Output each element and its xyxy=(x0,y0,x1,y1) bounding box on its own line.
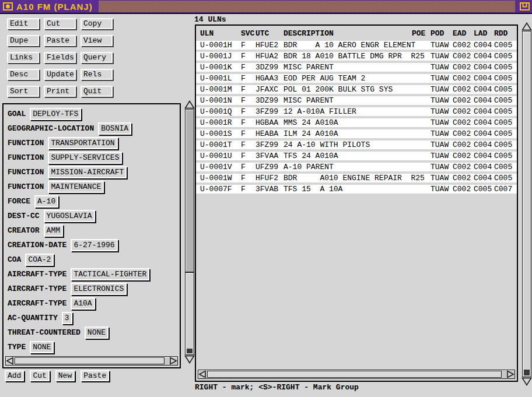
scroll-right-icon[interactable] xyxy=(506,370,514,378)
scroll-up-icon[interactable] xyxy=(522,22,532,31)
table-hscrollbar[interactable] xyxy=(198,370,515,379)
field-value-creator[interactable]: AMM xyxy=(44,224,63,237)
field-value-aircraft-type-3[interactable]: A10A xyxy=(71,297,94,310)
field-value-function-4[interactable]: MAINTENANCE xyxy=(48,181,104,193)
cell-poe xyxy=(412,52,430,61)
table-hscroll-thumb[interactable] xyxy=(207,371,502,378)
field-value-threat-countered[interactable]: NONE xyxy=(85,326,108,339)
form-vscroll-track[interactable] xyxy=(185,272,194,355)
cell-rdd: C005 xyxy=(494,174,517,182)
form-vscrollbar[interactable] xyxy=(183,100,196,364)
form-panel: GOALDEPLOY-TFSGEOGRAPHIC-LOCATIONBOSNIAF… xyxy=(2,103,181,368)
field-value-creation-date[interactable]: 6-27-1996 xyxy=(71,239,117,251)
cell-rdd: C005 xyxy=(494,63,517,72)
form-hscrollbar[interactable] xyxy=(5,356,178,366)
table-row-u-0001t[interactable]: U-0001TF3FZ9924 A-10 WITH PILOTSTUAWC002… xyxy=(196,140,517,149)
field-row-function-3: FUNCTIONMISSION-AIRCRAFT xyxy=(4,165,180,180)
scroll-up-icon[interactable] xyxy=(184,100,195,109)
toolbar-button-cut[interactable]: Cut xyxy=(44,18,76,29)
action-button-new[interactable]: New xyxy=(55,370,75,381)
cell-rdd: C005 xyxy=(494,118,517,127)
scroll-right-icon[interactable] xyxy=(169,357,177,365)
toolbar-button-fields[interactable]: Fields xyxy=(44,52,76,63)
table-vscroll-track[interactable] xyxy=(522,31,531,377)
scroll-left-icon[interactable] xyxy=(6,357,14,365)
toolbar-button-query[interactable]: Query xyxy=(80,52,113,63)
action-button-paste[interactable]: Paste xyxy=(80,370,109,381)
toolbar-button-print[interactable]: Print xyxy=(44,86,76,97)
table-row-u-0001j[interactable]: U-0001JFHFUA2BDR 18 A010 BATTLE DMG RPR … xyxy=(196,52,517,61)
field-value-type[interactable]: NONE xyxy=(30,341,54,353)
form-hscroll-thumb[interactable] xyxy=(15,357,164,364)
cell-desc: ILM 24 A010A xyxy=(284,129,412,138)
field-label-force: FORCE xyxy=(8,197,30,206)
field-value-function-3[interactable]: MISSION-AIRCRAFT xyxy=(48,166,127,178)
cell-svc: F xyxy=(241,96,256,105)
cell-ead: C002 xyxy=(453,163,474,171)
field-value-geographic-location[interactable]: BOSNIA xyxy=(98,122,131,135)
table-hscroll-track[interactable] xyxy=(502,370,506,378)
cell-desc: 24 A-10 WITH PILOTS xyxy=(284,140,412,149)
cell-utc: 3FZ99 xyxy=(256,107,284,116)
field-value-aircraft-type[interactable]: TACTICAL-FIGHTER xyxy=(71,268,149,280)
table-row-u-0001l[interactable]: U-0001LFHGAA3EOD PER AUG TEAM 2TUAWC002C… xyxy=(196,74,517,83)
table-row-u-0001q[interactable]: U-0001QF3FZ9912 A-010A FILLERTUAWC002C00… xyxy=(196,107,517,116)
toolbar-button-links[interactable]: Links xyxy=(7,52,39,63)
field-value-aircraft-type-2[interactable]: ELECTRONICS xyxy=(71,283,127,295)
field-label-ac-quantity: AC-QUANTITY xyxy=(8,314,58,322)
form-vscroll-thumb[interactable] xyxy=(185,109,194,272)
action-button-cut[interactable]: Cut xyxy=(30,370,49,381)
table-row-u-0001k[interactable]: U-0001KF3DZ99MISC PARENTTUAWC002C004C005 xyxy=(196,63,517,72)
toolbar-button-rels[interactable]: Rels xyxy=(80,69,113,80)
titlebar[interactable]: A10 FM (PLANJ) xyxy=(0,0,532,14)
cell-poe xyxy=(412,185,430,194)
titlebar-pattern[interactable] xyxy=(99,1,515,12)
table-row-u-0001w[interactable]: U-0001WFHFUF2BDR A010 ENGINE REPAIR R25T… xyxy=(196,174,517,182)
field-label-threat-countered: THREAT-COUNTERED xyxy=(8,328,80,337)
table-row-u-0001n[interactable]: U-0001NF3DZ99MISC PARENTTUAWC002C004C005 xyxy=(196,96,517,105)
table-row-u-0007f[interactable]: U-0007FF3FVABTFS 15 A 10ATUAWC002C005C00… xyxy=(196,185,517,194)
field-label-aircraft-type-2: AIRCRAFT-TYPE xyxy=(8,284,66,293)
toolbar-button-dupe[interactable]: Dupe xyxy=(7,35,39,46)
scroll-down-icon[interactable] xyxy=(184,355,195,364)
scroll-down-icon[interactable] xyxy=(522,377,532,386)
field-value-dest-cc[interactable]: YUGOSLAVIA xyxy=(44,210,95,222)
toolbar-button-edit[interactable]: Edit xyxy=(7,18,39,29)
toolbar-button-paste[interactable]: Paste xyxy=(44,35,76,46)
table-row-u-0001u[interactable]: U-0001UF3FVAATFS 24 A010ATUAWC002C004C00… xyxy=(196,152,517,160)
toolbar-button-view[interactable]: View xyxy=(80,35,113,46)
window-menu-icon[interactable] xyxy=(3,2,13,10)
cell-uln: U-0001N xyxy=(200,96,241,105)
table-row-u-0001h[interactable]: U-0001HFHFUE2BDR A 10 AERO ENGR ELEMENTT… xyxy=(196,41,517,50)
cell-svc: F xyxy=(241,63,256,72)
toolbar-button-desc[interactable]: Desc xyxy=(7,69,39,80)
toolbar-button-quit[interactable]: Quit xyxy=(80,86,113,97)
cell-rdd: C005 xyxy=(494,85,517,94)
scroll-left-icon[interactable] xyxy=(198,370,206,378)
field-value-goal[interactable]: DEPLOY-TFS xyxy=(30,108,81,120)
field-value-function[interactable]: TRANSPORTATION xyxy=(48,137,117,149)
action-button-add[interactable]: Add xyxy=(5,370,24,381)
toolbar-button-update[interactable]: Update xyxy=(44,69,76,80)
field-value-force[interactable]: A-10 xyxy=(34,195,58,208)
table-row-u-0001m[interactable]: U-0001MFJFAXCPOL 01 200K BULK STG SYSTUA… xyxy=(196,85,517,94)
cell-uln: U-0001K xyxy=(200,63,241,72)
window-restore-icon[interactable] xyxy=(520,2,530,10)
field-value-function-2[interactable]: SUPPLY-SERVICES xyxy=(48,152,122,164)
table-row-u-0001v[interactable]: U-0001VFUFZ99A-10 PARENTTUAWC002C004C005 xyxy=(196,163,517,171)
form-hscroll-track[interactable] xyxy=(164,357,169,365)
cell-uln: U-0001J xyxy=(200,52,241,61)
table-row-u-0001s[interactable]: U-0001SFHEABAILM 24 A010ATUAWC002C004C00… xyxy=(196,129,517,138)
toolbar-button-sort[interactable]: Sort xyxy=(7,86,39,97)
cell-uln: U-0001H xyxy=(200,41,241,50)
form-action-bar: AddCutNewPaste xyxy=(5,370,109,381)
cell-svc: F xyxy=(241,185,256,194)
column-header-ead: EAD xyxy=(453,29,474,38)
field-row-force: FORCEA-10 xyxy=(4,194,180,209)
field-value-ac-quantity[interactable]: 3 xyxy=(62,312,72,324)
table-vscrollbar[interactable] xyxy=(520,22,532,386)
toolbar-button-copy[interactable]: Copy xyxy=(80,18,113,29)
field-value-coa[interactable]: COA-2 xyxy=(25,254,54,266)
cell-utc: HGAA3 xyxy=(256,74,284,83)
table-row-u-0001r[interactable]: U-0001RFHGBAAMMS 24 A010ATUAWC002C004C00… xyxy=(196,118,517,127)
